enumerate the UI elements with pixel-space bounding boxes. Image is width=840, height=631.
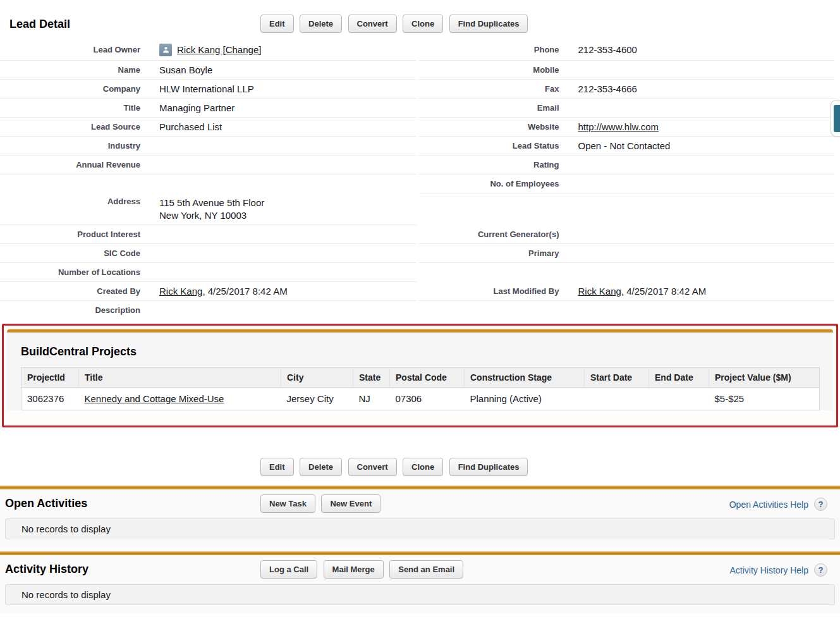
address-line-1: 115 5th Avenue 5th Floor	[159, 197, 264, 209]
cell-state: NJ	[353, 388, 390, 410]
field-value: Open - Not Contacted	[559, 140, 671, 152]
field-value: 115 5th Avenue 5th Floor New York, NY 10…	[140, 197, 264, 222]
help-question-icon[interactable]: ?	[814, 563, 827, 577]
column-header-construction-stage: Construction Stage	[465, 368, 585, 388]
field-row-annual-revenue: Annual Revenue	[0, 156, 417, 175]
field-label: Current Generator(s)	[419, 230, 559, 240]
field-value: Rick Kang, 4/25/2017 8:42 AM	[559, 285, 707, 298]
buildcentral-highlight-box: BuildCentral Projects ProjectId Title Ci…	[2, 324, 838, 427]
field-label: Primary	[419, 248, 559, 259]
field-row-phone: Phone 212-353-4600	[419, 39, 836, 61]
row-spacer	[419, 193, 836, 225]
field-label: SIC Code	[0, 248, 140, 259]
field-label: Industry	[0, 141, 140, 151]
field-label: Email	[419, 103, 559, 113]
activity-history-help-link[interactable]: Activity History Help	[730, 565, 808, 575]
field-label: Rating	[419, 160, 559, 170]
field-row-last-modified-by: Last Modified By Rick Kang, 4/25/2017 8:…	[419, 282, 836, 301]
field-row-current-generators: Current Generator(s)	[419, 225, 836, 244]
field-row-number-of-locations: Number of Locations	[0, 263, 417, 282]
mail-merge-button[interactable]: Mail Merge	[324, 560, 384, 579]
field-row-no-of-employees: No. of Employees	[419, 175, 836, 193]
field-label: Last Modified By	[419, 286, 559, 297]
field-row-company: Company HLW International LLP	[0, 80, 417, 99]
field-row-sic-code: SIC Code	[0, 244, 417, 263]
lead-action-buttons-top: Edit Delete Convert Clone Find Duplicate…	[260, 15, 531, 33]
lead-owner-change-link[interactable]: Rick Kang [Change]	[177, 44, 261, 56]
project-table-row: 3062376 Kennedy and Cottage Mixed-Use Je…	[21, 388, 820, 410]
field-value: Purchased List	[140, 121, 222, 133]
field-label: Lead Source	[0, 122, 140, 132]
field-row-product-interest: Product Interest	[0, 225, 417, 244]
cell-city: Jersey City	[281, 388, 353, 410]
new-task-button[interactable]: New Task	[260, 494, 315, 513]
help-question-icon[interactable]: ?	[814, 498, 827, 511]
project-title-link[interactable]: Kennedy and Cottage Mixed-Use	[85, 393, 224, 404]
detail-right-column: Phone 212-353-4600 Mobile Fax 212-353-46…	[419, 39, 836, 320]
projects-section-title: BuildCentral Projects	[7, 333, 833, 367]
send-an-email-button[interactable]: Send an Email	[389, 560, 463, 579]
edit-button[interactable]: Edit	[260, 15, 294, 33]
delete-button[interactable]: Delete	[300, 15, 342, 33]
column-header-postal-code: Postal Code	[390, 368, 465, 388]
field-row-mobile: Mobile	[419, 61, 836, 80]
field-value: 212-353-4666	[559, 83, 637, 95]
row-spacer	[0, 175, 417, 193]
projects-table-header: ProjectId Title City State Postal Code C…	[21, 368, 820, 388]
field-row-created-by: Created By Rick Kang, 4/25/2017 8:42 AM	[0, 282, 417, 301]
lead-detail-fields: Lead Owner Rick Kang [Change] Name Susan…	[0, 39, 840, 320]
field-label: Lead Owner	[0, 45, 140, 55]
cell-project-id: 3062376	[21, 388, 79, 410]
created-by-user-link[interactable]: Rick Kang	[159, 285, 202, 298]
collapsed-side-tab[interactable]	[831, 100, 840, 137]
field-value: Rick Kang [Change]	[140, 44, 261, 56]
column-header-projectid: ProjectId	[21, 368, 79, 388]
field-row-primary: Primary	[419, 244, 836, 263]
column-header-state: State	[353, 368, 390, 388]
last-modified-by-user-link[interactable]: Rick Kang	[578, 285, 621, 298]
field-label: Mobile	[419, 65, 559, 75]
convert-button-bottom[interactable]: Convert	[348, 458, 397, 476]
row-spacer	[419, 263, 836, 282]
field-label: Phone	[419, 45, 559, 55]
last-modified-timestamp: , 4/25/2017 8:42 AM	[621, 285, 706, 298]
open-activities-title: Open Activities	[5, 497, 87, 510]
find-duplicates-button-bottom[interactable]: Find Duplicates	[449, 458, 528, 476]
field-label: Created By	[0, 286, 140, 297]
field-row-website: Website http://www.hlw.com	[419, 118, 836, 137]
cell-construction-stage: Planning (Active)	[465, 388, 585, 410]
field-row-lead-source: Lead Source Purchased List	[0, 118, 417, 137]
open-activities-help-link[interactable]: Open Activities Help	[729, 499, 808, 510]
address-line-2: New York, NY 10003	[159, 209, 264, 222]
field-row-lead-status: Lead Status Open - Not Contacted	[419, 137, 836, 156]
field-label: Fax	[419, 84, 559, 94]
clone-button[interactable]: Clone	[403, 15, 443, 33]
website-link[interactable]: http://www.hlw.com	[578, 121, 659, 133]
cell-postal-code: 07306	[390, 388, 465, 410]
open-activities-empty-message: No records to display	[5, 518, 835, 539]
activity-history-empty-message: No records to display	[5, 584, 835, 605]
created-by-timestamp: , 4/25/2017 8:42 AM	[202, 285, 287, 298]
field-label: Name	[0, 65, 140, 75]
field-value: Susan Boyle	[140, 64, 212, 77]
lead-action-buttons-bottom: Edit Delete Convert Clone Find Duplicate…	[0, 458, 840, 476]
field-row-lead-owner: Lead Owner Rick Kang [Change]	[0, 39, 417, 61]
cell-start-date	[585, 388, 649, 410]
field-label: Lead Status	[419, 141, 559, 151]
edit-button-bottom[interactable]: Edit	[260, 458, 294, 476]
field-row-address: Address 115 5th Avenue 5th Floor New Yor…	[0, 193, 417, 225]
field-row-title: Title Managing Partner	[0, 99, 417, 118]
field-label: Annual Revenue	[0, 160, 140, 170]
field-value: Managing Partner	[140, 102, 234, 114]
column-header-project-value: Project Value ($M)	[709, 368, 820, 388]
field-label: Product Interest	[0, 230, 140, 240]
convert-button[interactable]: Convert	[348, 15, 397, 33]
log-a-call-button[interactable]: Log a Call	[260, 560, 317, 579]
buildcentral-section: BuildCentral Projects ProjectId Title Ci…	[7, 329, 833, 410]
field-label: Number of Locations	[0, 267, 140, 278]
field-label: Address	[0, 197, 140, 207]
clone-button-bottom[interactable]: Clone	[403, 458, 443, 476]
new-event-button[interactable]: New Event	[321, 494, 380, 513]
find-duplicates-button[interactable]: Find Duplicates	[449, 15, 528, 33]
delete-button-bottom[interactable]: Delete	[300, 458, 342, 476]
